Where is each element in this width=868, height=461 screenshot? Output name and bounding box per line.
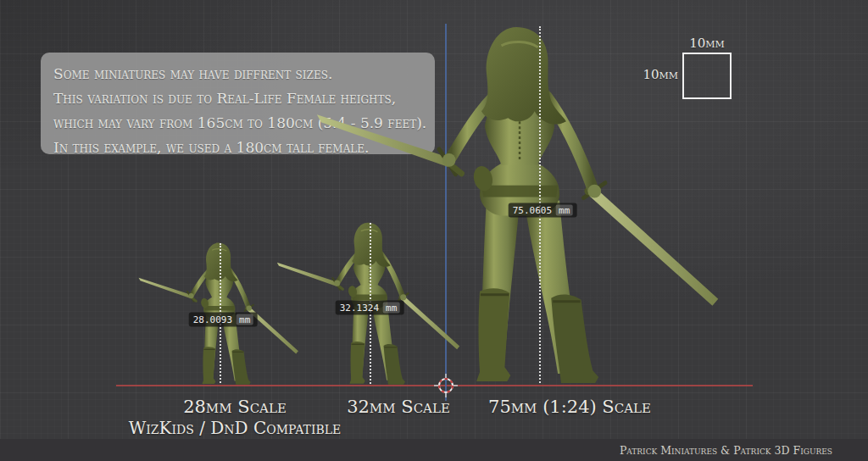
measurement-unit: mm — [236, 314, 253, 325]
scale-label-28mm: 28mm Scale — [183, 397, 287, 417]
measurement-value: 28.0093 — [193, 314, 232, 325]
measurement-label-32mm: 32.1324 mm — [336, 301, 404, 315]
blender-viewport[interactable]: { "viewport": { "info_box": { "lines": [… — [0, 0, 868, 461]
footer-credit: Patrick Miniatures & Patrick 3D Figures — [620, 444, 832, 457]
measurement-label-75mm: 75.0605 mm — [509, 203, 577, 218]
scale-label-32mm: 32mm Scale — [347, 397, 450, 417]
measurement-label-28mm: 28.0093 mm — [189, 313, 258, 327]
measurement-unit: mm — [383, 303, 399, 314]
scale-sublabel-28mm: WizKids / DnD Compatible — [129, 418, 342, 438]
scale-label-75mm: 75mm (1:24) Scale — [488, 397, 651, 417]
3d-cursor[interactable] — [434, 374, 458, 397]
measurement-value: 32.1324 — [340, 303, 379, 314]
measurement-value: 75.0605 — [513, 205, 552, 216]
footer-strip: Patrick Miniatures & Patrick 3D Figures — [0, 439, 868, 461]
measurement-unit: mm — [556, 205, 572, 216]
